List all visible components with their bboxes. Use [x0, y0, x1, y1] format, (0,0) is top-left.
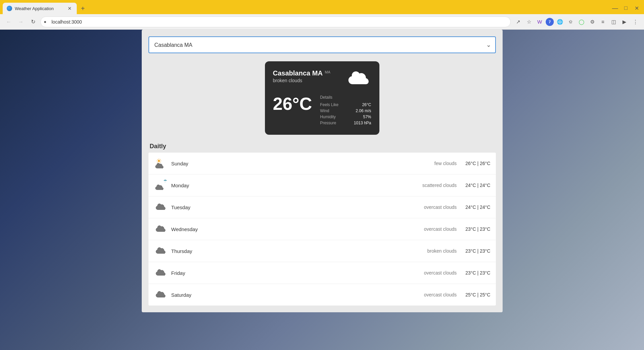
- feels-like-label: Feels Like: [320, 102, 339, 107]
- card-temperature: 26°C: [273, 95, 312, 113]
- check-icon[interactable]: ◯: [577, 17, 586, 27]
- daily-row[interactable]: Wednesday overcast clouds 23°C | 23°C: [148, 218, 496, 240]
- daily-temps: 23°C | 23°C: [464, 248, 490, 254]
- daily-day-name: Saturday: [169, 292, 413, 298]
- more-icon[interactable]: ⋮: [631, 17, 640, 27]
- daily-day-name: Tuesday: [169, 204, 413, 210]
- card-top: Casablanca MA MA broken clouds: [273, 69, 371, 90]
- pressure-value: 1013 hPa: [354, 121, 371, 125]
- app-container: Casablanca MA Paris FR London GB New Yor…: [142, 30, 503, 312]
- daily-icon: ☂: [154, 178, 169, 193]
- tab-close-button[interactable]: ✕: [67, 5, 73, 11]
- daily-condition: broken clouds: [413, 248, 457, 254]
- new-tab-button[interactable]: +: [78, 4, 88, 13]
- card-bottom: 26°C Details Feels Like 26°C Wind 2.06 m…: [273, 95, 371, 127]
- back-button[interactable]: ←: [4, 17, 13, 27]
- daily-day-name: Friday: [169, 270, 413, 276]
- bookmark-icon[interactable]: ☆: [524, 17, 534, 27]
- card-weather-icon: [347, 69, 371, 90]
- daily-row[interactable]: Friday overcast clouds 23°C | 23°C: [148, 262, 496, 284]
- daily-section-label: Daitly: [148, 143, 496, 150]
- daily-row[interactable]: Thursday broken clouds 23°C | 23°C: [148, 240, 496, 262]
- daily-icon: [154, 265, 169, 280]
- address-bar-wrap: ●: [40, 17, 511, 27]
- details-label: Details: [320, 95, 371, 100]
- window-minimize-button[interactable]: —: [610, 3, 620, 13]
- sidebar-icon[interactable]: ◫: [609, 17, 618, 27]
- humidity-value: 57%: [363, 115, 371, 119]
- menu-icon[interactable]: ≡: [598, 17, 608, 27]
- feels-like-row: Feels Like 26°C: [320, 102, 371, 107]
- daily-temps: 25°C | 25°C: [464, 292, 490, 297]
- nav-bar: ← → ↻ ● ↗ ☆ W 7 🌐 ⛭ ◯ ⚙ ≡ ◫ ▶ ⋮: [0, 14, 644, 30]
- humidity-row: Humidity 57%: [320, 115, 371, 119]
- wind-row: Wind 2.06 m/s: [320, 108, 371, 113]
- daily-condition: overcast clouds: [413, 226, 457, 232]
- location-select[interactable]: Casablanca MA Paris FR London GB New Yor…: [148, 36, 496, 53]
- daily-icon: ☀: [154, 156, 169, 171]
- media-icon[interactable]: ▶: [620, 17, 629, 27]
- daily-temps: 23°C | 23°C: [464, 226, 490, 232]
- card-details: Details Feels Like 26°C Wind 2.06 m/s Hu…: [320, 95, 371, 127]
- globe-icon[interactable]: 🌐: [555, 17, 565, 27]
- daily-day-name: Sunday: [169, 161, 413, 166]
- tab-bar: Weather Application ✕ + — □ ✕: [0, 0, 644, 14]
- card-city-code: MA: [325, 70, 331, 74]
- humidity-label: Humidity: [320, 115, 336, 119]
- daily-row[interactable]: ☂ Monday scattered clouds 24°C | 24°C: [148, 174, 496, 196]
- nav-right-icons: ↗ ☆ W 7 🌐 ⛭ ◯ ⚙ ≡ ◫ ▶ ⋮: [513, 17, 640, 27]
- daily-icon: [154, 287, 169, 302]
- card-condition: broken clouds: [273, 78, 331, 83]
- wind-label: Wind: [320, 108, 329, 113]
- active-tab[interactable]: Weather Application ✕: [3, 3, 77, 14]
- daily-day-name: Monday: [169, 183, 413, 188]
- daily-day-name: Thursday: [169, 248, 413, 254]
- puzzle-icon[interactable]: ⚙: [587, 17, 597, 27]
- card-city-info: Casablanca MA MA broken clouds: [273, 69, 331, 83]
- daily-row[interactable]: Saturday overcast clouds 25°C | 25°C: [148, 284, 496, 306]
- page-background: Casablanca MA Paris FR London GB New Yor…: [0, 30, 644, 350]
- daily-section: Daitly ☀ Sunday few clouds 26°C | 26°C ☂…: [148, 143, 496, 306]
- share-icon[interactable]: ↗: [513, 17, 523, 27]
- pressure-label: Pressure: [320, 121, 336, 125]
- feels-like-value: 26°C: [362, 102, 371, 107]
- tab-title: Weather Application: [15, 6, 64, 11]
- window-restore-button[interactable]: □: [621, 3, 631, 13]
- daily-list: ☀ Sunday few clouds 26°C | 26°C ☂ Monday…: [148, 153, 496, 306]
- pressure-row: Pressure 1013 hPa: [320, 121, 371, 125]
- daily-icon: [154, 222, 169, 236]
- address-input[interactable]: [40, 17, 511, 27]
- daily-icon: [154, 244, 169, 258]
- window-close-button[interactable]: ✕: [632, 3, 641, 13]
- daily-temps: 26°C | 26°C: [464, 161, 490, 166]
- forward-button[interactable]: →: [16, 17, 26, 27]
- location-select-wrapper: Casablanca MA Paris FR London GB New Yor…: [148, 36, 496, 53]
- daily-temps: 24°C | 24°C: [464, 183, 490, 188]
- wordpress-icon[interactable]: W: [535, 17, 544, 27]
- daily-day-name: Wednesday: [169, 226, 413, 232]
- daily-condition: few clouds: [413, 161, 457, 166]
- daily-row[interactable]: Tuesday overcast clouds 24°C | 24°C: [148, 196, 496, 218]
- browser-chrome: Weather Application ✕ + — □ ✕ ← → ↻ ● ↗: [0, 0, 644, 30]
- shield-icon[interactable]: ⛭: [566, 17, 575, 27]
- extension-badge[interactable]: 7: [546, 18, 554, 26]
- daily-temps: 24°C | 24°C: [464, 204, 490, 210]
- card-city-name: Casablanca MA MA: [273, 69, 331, 77]
- daily-condition: overcast clouds: [413, 270, 457, 276]
- weather-card: Casablanca MA MA broken clouds 26°C Deta…: [265, 61, 379, 135]
- daily-condition: scattered clouds: [413, 183, 457, 188]
- daily-icon: [154, 200, 169, 215]
- address-lock-icon: ●: [44, 19, 46, 24]
- tab-favicon: [7, 6, 12, 11]
- daily-row[interactable]: ☀ Sunday few clouds 26°C | 26°C: [148, 153, 496, 174]
- daily-condition: overcast clouds: [413, 204, 457, 210]
- daily-temps: 23°C | 23°C: [464, 270, 490, 276]
- daily-condition: overcast clouds: [413, 292, 457, 297]
- reload-button[interactable]: ↻: [28, 17, 38, 27]
- wind-value: 2.06 m/s: [355, 108, 371, 113]
